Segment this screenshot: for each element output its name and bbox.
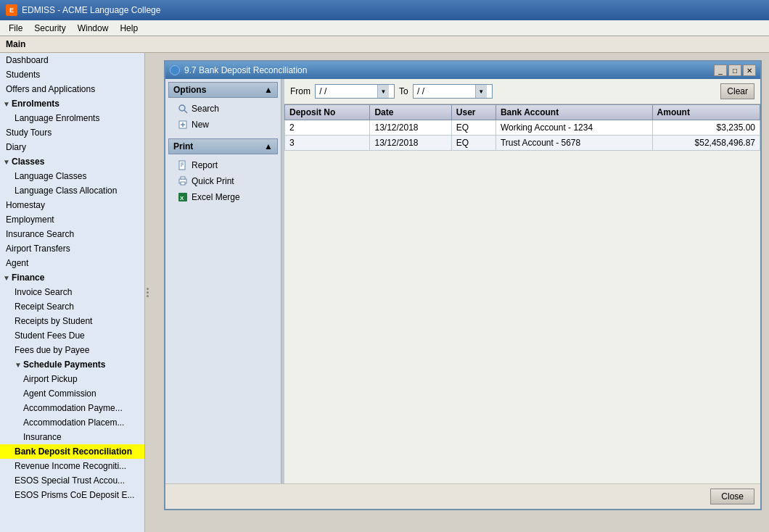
sidebar-item-classes[interactable]: ▼ Classes [0,154,144,169]
sidebar-item-study-tours[interactable]: Study Tours [0,125,144,140]
sidebar-item-agent[interactable]: Agent [0,256,144,270]
print-arrow: ▲ [264,141,273,151]
new-icon [177,119,189,130]
sidebar-item-insurance[interactable]: Insurance [0,430,144,444]
sidebar-item-dashboard[interactable]: Dashboard [0,53,144,67]
svg-text:X: X [180,195,184,201]
report-item[interactable]: Report [165,157,281,173]
from-label: From [290,86,311,96]
sidebar-item-schedule-payments[interactable]: ▼ Schedule Payments [0,357,144,372]
sidebar-item-students[interactable]: Students [0,67,144,82]
sidebar-item-offers-applications[interactable]: Offers and Applications [0,82,144,96]
table-row[interactable]: 2 13/12/2018 EQ Working Account - 1234 $… [285,120,760,136]
sidebar-content: Dashboard Students Offers and Applicatio… [0,53,144,532]
sidebar-item-invoice-search[interactable]: Invoice Search [0,285,144,299]
sidebar-item-finance[interactable]: ▼ Finance [0,270,144,285]
col-deposit-no: Deposit No [285,105,370,120]
menu-security[interactable]: Security [28,22,71,35]
svg-rect-10 [181,177,185,179]
col-date: Date [370,105,451,120]
sidebar-item-student-fees-due[interactable]: Student Fees Due [0,328,144,343]
to-date-input[interactable]: ▼ [413,84,493,99]
from-date-dropdown[interactable]: ▼ [377,85,389,98]
excel-merge-item[interactable]: X Excel Merge [165,189,281,205]
expand-arrow-finance: ▼ [3,274,10,282]
sidebar-item-accommodation-payment[interactable]: Accommodation Payme... [0,401,144,415]
sidebar-item-accommodation-placement[interactable]: Accommodation Placem... [0,415,144,430]
new-label: New [192,120,209,130]
sidebar-item-airport-transfers[interactable]: Airport Transfers [0,241,144,256]
dialog-close-footer-button[interactable]: Close [710,489,754,504]
sidebar-item-agent-commission[interactable]: Agent Commission [0,386,144,401]
sidebar-item-language-class-allocation[interactable]: Language Class Allocation [0,183,144,198]
filter-bar: From ▼ To ▼ Clear [284,79,760,104]
app-body: Main Dashboard Students Offers and Appli… [0,36,769,532]
expand-arrow-schedule-payments: ▼ [15,361,22,369]
svg-line-1 [184,110,187,113]
dialog-maximize-button[interactable]: □ [728,65,741,76]
dialog-close-button[interactable]: ✕ [743,65,756,76]
cell-user-1: EQ [451,120,495,136]
from-date-field[interactable] [316,86,377,96]
dialog-minimize-button[interactable]: _ [714,65,727,76]
report-label: Report [192,160,218,170]
col-user: User [451,105,495,120]
menu-file[interactable]: File [3,22,28,35]
table-header-row: Deposit No Date User Bank Account Amount [285,105,760,120]
to-date-dropdown[interactable]: ▼ [475,85,487,98]
data-table: Deposit No Date User Bank Account Amount [284,104,760,483]
menu-window[interactable]: Window [72,22,115,35]
sidebar-item-receipts-by-student[interactable]: Receipts by Student [0,314,144,328]
menu-help[interactable]: Help [114,22,144,35]
sidebar-item-employment[interactable]: Employment [0,212,144,227]
print-section-header[interactable]: Print ▲ [168,138,278,154]
sidebar-item-language-enrolments[interactable]: Language Enrolments [0,111,144,125]
sidebar-item-bank-deposit-reconciliation[interactable]: Bank Deposit Reconciliation [0,444,144,459]
dialog-window-icon [170,65,180,75]
excel-merge-icon: X [177,191,189,203]
dialog-title: 9.7 Bank Deposit Reconciliation [184,65,307,75]
cell-date-1: 13/12/2018 [370,120,451,136]
sidebar-item-language-classes[interactable]: Language Classes [0,169,144,183]
sidebar-item-esos-special-trust-account[interactable]: ESOS Special Trust Accou... [0,473,144,488]
dialog-right-panel: From ▼ To ▼ Clear [284,79,760,483]
cell-date-2: 13/12/2018 [370,136,451,151]
sidebar-item-fees-due-by-payee[interactable]: Fees due by Payee [0,343,144,357]
from-date-input[interactable]: ▼ [315,84,395,99]
sidebar-item-homestay[interactable]: Homestay [0,198,144,212]
sidebar-item-insurance-search[interactable]: Insurance Search [0,227,144,241]
options-label: Options [173,85,206,95]
clear-button[interactable]: Clear [720,83,754,99]
cell-bank-account-2: Trust Account - 5678 [495,136,652,151]
sidebar-item-esos-prisms-coe-deposit[interactable]: ESOS Prisms CoE Deposit E... [0,488,144,502]
content-area: Dashboard Students Offers and Applicatio… [0,53,769,532]
to-date-field[interactable] [414,86,475,96]
deposits-table: Deposit No Date User Bank Account Amount [284,104,760,151]
report-icon [177,159,189,171]
search-item[interactable]: Search [165,101,281,117]
sidebar-item-revenue-income-recognition[interactable]: Revenue Income Recogniti... [0,459,144,473]
svg-point-0 [179,105,185,111]
cell-bank-account-1: Working Account - 1234 [495,120,652,136]
dialog-left-panel: Options ▲ Search [165,79,281,483]
sidebar-item-enrolments[interactable]: ▼ Enrolments [0,96,144,111]
sidebar-item-diary[interactable]: Diary [0,140,144,154]
expand-arrow-classes: ▼ [3,158,10,166]
sidebar-item-receipt-search[interactable]: Receipt Search [0,299,144,314]
print-section: Print ▲ [165,136,281,205]
new-item[interactable]: New [165,117,281,133]
svg-rect-5 [179,161,185,170]
dialog-footer: Close [165,483,760,509]
search-icon [177,103,189,115]
app-icon: E [6,4,17,16]
table-row[interactable]: 3 13/12/2018 EQ Trust Account - 5678 $52… [285,136,760,151]
sidebar-item-airport-pickup[interactable]: Airport Pickup [0,372,144,386]
options-section-header[interactable]: Options ▲ [168,82,278,98]
menu-bar: File Security Window Help [0,20,769,36]
svg-rect-11 [181,182,185,185]
dialog-controls: _ □ ✕ [714,65,756,76]
quick-print-item[interactable]: Quick Print [165,173,281,189]
print-label: Print [173,141,193,151]
dialog-body: Options ▲ Search [165,79,760,483]
cell-amount-2: $52,458,496.87 [652,136,760,151]
